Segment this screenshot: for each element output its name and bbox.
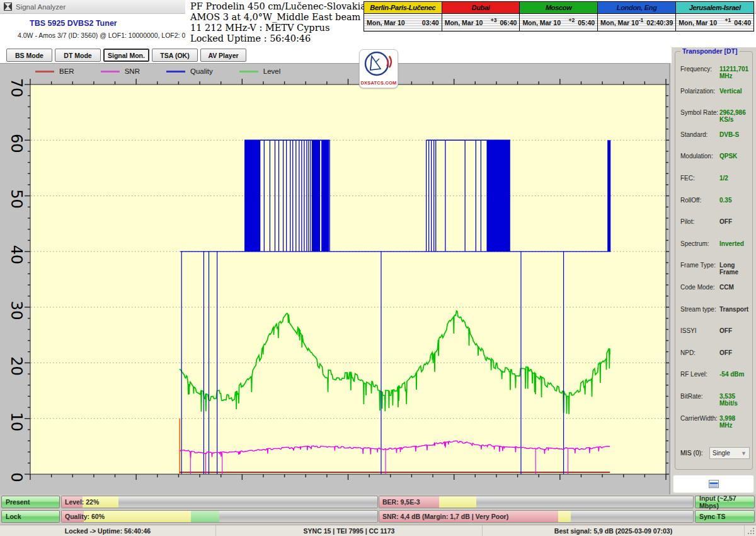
transponder-row-issyi: ISSYIOFF [680, 327, 750, 334]
clock-time-row: Mon, Mar 1003:40 [364, 14, 442, 31]
overlay-caption-line: AMOS 3 at 4,0°W_Middle East beam [190, 12, 365, 23]
transponder-row-frame-type: Frame Type:Long Frame [680, 262, 750, 276]
clock-date: Mon, Mar 10 [600, 19, 639, 26]
clock-date: Mon, Mar 10 [679, 19, 717, 26]
clock-time-value: 03:40 [422, 19, 439, 26]
clock-time-row: Mon, Mar 10+104:40 [676, 14, 753, 31]
transponder-title: Transponder [DT] [680, 47, 740, 55]
meter-label: Quality: 60% [65, 513, 105, 520]
overlay-caption-line: Locked Uptime : 56:40:46 [190, 33, 365, 44]
resize-grip[interactable] [748, 528, 754, 534]
transponder-row-frequency: Frequency:11211,701 MHz [680, 66, 750, 79]
transponder-row-carrierwidth: CarrierWidth:3,998 MHz [680, 415, 750, 429]
status-bar: Locked -> Uptime: 56:40:46SYNC 15 | TEI … [0, 525, 756, 536]
transponder-row-code-mode: Code Mode:CCM [680, 284, 750, 291]
field-label: CarrierWidth: [680, 415, 719, 429]
overlay-caption-line: PF Prodelin 450 cm/Lučenec-Slovakia [190, 1, 365, 12]
field-label: Symbol Rate: [680, 109, 719, 123]
transponder-row-bitrate: BitRate:3,535 Mbit/s [680, 393, 750, 407]
badge-sync-ts: Sync TS [695, 510, 755, 523]
field-value: 11211,701 MHz [719, 66, 750, 79]
clock-moscow: MoscowMon, Mar 10+205:40 [519, 1, 598, 32]
tab-tsa-ok[interactable]: TSA (OK) [152, 49, 198, 62]
clock-city-label: Berlin-Paris-Lučenec [364, 2, 442, 14]
clock-london-eng: London, EngMon, Mar 10-102:40:39 [597, 1, 676, 32]
chart-panel: BERSNRQualityLevel 010203040506070 [0, 63, 669, 494]
logo-text: DXSATCS.COM [360, 80, 398, 86]
clock-city-label: Moscow [520, 2, 597, 14]
field-label: Frame Type: [680, 262, 719, 276]
meter-label: Level: 22% [65, 498, 99, 506]
badge-present: Present [1, 496, 60, 508]
field-value: OFF [719, 218, 732, 225]
field-label: Frequency: [680, 66, 719, 79]
tab-signal-mon[interactable]: Signal Mon. [103, 49, 149, 62]
badge-lock: Lock [1, 510, 60, 523]
field-value: QPSK [719, 153, 737, 160]
clock-berlin-paris-lu-enec: Berlin-Paris-LučenecMon, Mar 1003:40 [364, 1, 442, 32]
clock-time-value: 05:40 [578, 19, 595, 26]
app-icon [4, 3, 12, 11]
mis-select[interactable]: Single ▼ [709, 447, 750, 459]
mis-row: MIS (0): Single ▼ [680, 447, 750, 459]
meter-ber: BER: 9,5E-3 [379, 496, 694, 508]
svg-text:60: 60 [8, 134, 25, 153]
field-value: Vertical [719, 88, 742, 95]
svg-text:50: 50 [8, 189, 25, 209]
field-label: RollOff: [680, 197, 719, 204]
field-label: RF Level: [680, 371, 719, 378]
meters-area: PresentLevel: 22%BER: 9,5E-3Input (~2,57… [0, 494, 756, 525]
clock-city-label: London, Eng [598, 2, 675, 14]
transponder-row-standard: Standard:DVB-S [680, 131, 750, 138]
meter-quality: Quality: 60% [61, 510, 378, 523]
clock-date: Mon, Mar 10 [522, 19, 561, 26]
transponder-row-rolloff: RollOff:0.35 [680, 197, 750, 204]
transponder-row-polarization: Polarization:Vertical [680, 88, 750, 95]
meter-segment-green [191, 511, 219, 522]
transponder-row-npd: NPD:OFF [680, 349, 750, 356]
table-view-button[interactable] [673, 475, 754, 493]
meter-level: Level: 22% [61, 496, 378, 508]
field-value: CCM [719, 284, 734, 291]
tab-bar: BS ModeDT ModeSignal Mon.TSA (OK)AV Play… [6, 49, 246, 62]
field-value: OFF [719, 349, 732, 356]
field-value: Inverted [719, 240, 744, 247]
signal-chart: 010203040506070 [0, 64, 669, 495]
status-segment-0: Locked -> Uptime: 56:40:46 [0, 525, 216, 536]
clock-date: Mon, Mar 10 [367, 19, 405, 26]
tuner-title: TBS 5925 DVBS2 Tuner [30, 19, 117, 28]
clock-time-row: Mon, Mar 10+205:40 [520, 14, 597, 31]
clock-utc-offset: +3 [491, 17, 497, 23]
field-value: Transport [719, 306, 748, 313]
svg-text:30: 30 [8, 301, 25, 320]
transponder-panel: Transponder [DT] Frequency:11211,701 MHz… [672, 47, 756, 494]
clock-time-value: 06:40 [500, 19, 517, 26]
transponder-row-spectrum: Spectrum:Inverted [680, 240, 750, 247]
tab-dt-mode[interactable]: DT Mode [55, 49, 101, 62]
field-value: 3,998 MHz [719, 415, 750, 429]
transponder-row-symbol-rate: Symbol Rate:2962,986 KS/s [680, 109, 750, 123]
overlay-caption: PF Prodelin 450 cm/Lučenec-SlovakiaAMOS … [185, 0, 365, 47]
svg-text:20: 20 [8, 356, 25, 376]
svg-text:40: 40 [8, 245, 25, 265]
svg-text:70: 70 [8, 78, 25, 98]
clock-utc-offset: -1 [639, 17, 644, 23]
meter-label: SNR: 4,4 dB (Margin: 1,7 dB | Very Poor) [382, 513, 508, 520]
overlay-caption-line: 11 212 MHz-V : METV Cyprus [190, 23, 365, 33]
field-value: Long Frame [719, 262, 750, 276]
meter-segment-yellow [558, 511, 571, 522]
clock-time-value: 04:40 [734, 19, 751, 26]
tab-bs-mode[interactable]: BS Mode [6, 49, 52, 62]
clock-time-value: 02:40:39 [646, 19, 673, 26]
clock-jerusalem-israel: Jerusalem-IsraelMon, Mar 10+104:40 [675, 1, 754, 32]
field-label: Spectrum: [680, 240, 719, 247]
transponder-row-pilot: Pilot:OFF [680, 218, 750, 225]
field-label: ISSYI [680, 327, 719, 334]
field-label: Polarization: [680, 88, 719, 95]
meter-label: BER: 9,5E-3 [382, 498, 420, 506]
meter-snr: SNR: 4,4 dB (Margin: 1,7 dB | Very Poor) [379, 510, 694, 523]
status-segment-1: SYNC 15 | TEI 7995 | CC 1173 [216, 525, 483, 536]
field-label: Modulation: [680, 153, 719, 160]
tab-av-player[interactable]: AV Player [200, 49, 246, 62]
clock-city-label: Dubai [442, 2, 520, 14]
